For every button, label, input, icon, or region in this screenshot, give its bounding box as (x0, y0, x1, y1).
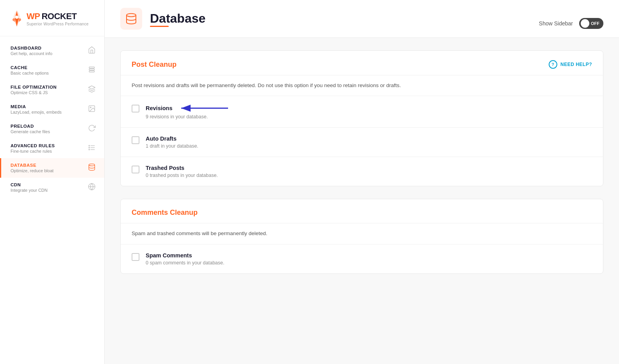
svg-rect-11 (89, 147, 90, 148)
logo-rocket-text: ROCKET (41, 11, 77, 21)
auto-drafts-item: Auto Drafts 1 draft in your database. (121, 128, 603, 157)
blue-arrow-annotation (177, 104, 232, 112)
svg-marker-4 (89, 86, 95, 89)
revisions-sublabel: 9 revisions in your database. (146, 114, 592, 120)
page-title: Database (150, 11, 205, 26)
spam-comments-sublabel: 0 spam comments in your database. (146, 260, 592, 266)
spam-comments-label: Spam Comments (146, 252, 592, 259)
sidebar-nav: DASHBOARD Get help, account info CACHE B… (0, 39, 104, 364)
sidebar-item-media[interactable]: MEDIA LazyLoad, emojis, embeds (0, 100, 104, 119)
svg-point-16 (127, 14, 136, 17)
comments-cleanup-description: Spam and trashed comments will be perman… (121, 223, 603, 244)
post-cleanup-title: Post Cleanup (132, 61, 177, 69)
revisions-item: Revisions 9 revisions in your database. (121, 96, 603, 128)
header-underline (150, 26, 169, 27)
show-sidebar-label: Show Sidebar (539, 20, 573, 27)
logo: WP ROCKET Superior WordPress Performance (0, 0, 104, 36)
header-right: Show Sidebar OFF (539, 18, 603, 37)
svg-point-0 (15, 16, 18, 19)
svg-rect-12 (89, 149, 90, 150)
need-help-button[interactable]: ? NEED HELP? (549, 60, 592, 69)
svg-rect-10 (89, 145, 90, 146)
svg-rect-2 (89, 69, 94, 70)
post-cleanup-section: Post Cleanup ? NEED HELP? Post revisions… (120, 50, 603, 186)
auto-drafts-checkbox[interactable] (132, 136, 139, 144)
svg-point-13 (89, 164, 95, 166)
svg-point-6 (90, 107, 91, 108)
sidebar-item-preload[interactable]: PRELOAD Generate cache files (0, 119, 104, 139)
revisions-checkbox[interactable] (132, 105, 139, 112)
show-sidebar-toggle[interactable]: OFF (579, 18, 603, 29)
logo-text: WP ROCKET Superior WordPress Performance (27, 11, 89, 26)
sidebar-item-advanced-rules[interactable]: ADVANCED RULES Fine-tune cache rules (0, 139, 104, 158)
toggle-knob (581, 19, 589, 28)
sidebar-item-file-optimization[interactable]: FILE OPTIMIZATION Optimize CSS & JS (0, 80, 104, 100)
comments-cleanup-section: Comments Cleanup Spam and trashed commen… (120, 199, 603, 273)
globe-icon (87, 183, 96, 193)
svg-rect-3 (89, 71, 94, 72)
database-icon (87, 163, 96, 173)
sidebar-item-database[interactable]: DATABASE Optimize, reduce bloat (0, 158, 104, 178)
spam-comments-item: Spam Comments 0 spam comments in your da… (121, 244, 603, 273)
trashed-posts-checkbox[interactable] (132, 166, 139, 173)
comments-cleanup-header: Comments Cleanup (121, 199, 603, 223)
sidebar-item-dashboard[interactable]: DASHBOARD Get help, account info (0, 41, 104, 61)
sidebar: WP ROCKET Superior WordPress Performance… (0, 0, 105, 364)
image-icon (87, 105, 96, 114)
sidebar-item-cache[interactable]: CACHE Basic cache options (0, 61, 104, 80)
header-icon-box (120, 8, 142, 30)
sidebar-item-cdn[interactable]: CDN Integrate your CDN (0, 178, 104, 197)
main-content: Database Show Sidebar OFF Post Cleanup ?… (105, 0, 619, 364)
cache-icon (87, 66, 96, 75)
spam-comments-checkbox[interactable] (132, 253, 139, 261)
logo-rocket-icon (9, 9, 24, 28)
toggle-label: OFF (591, 21, 602, 26)
rules-icon (87, 144, 96, 153)
need-help-icon: ? (549, 60, 557, 69)
home-icon (87, 46, 96, 56)
trashed-posts-sublabel: 0 trashed posts in your database. (146, 173, 592, 178)
auto-drafts-label: Auto Drafts (146, 136, 592, 142)
layers-icon (87, 85, 96, 95)
main-header: Database Show Sidebar OFF (105, 0, 619, 38)
comments-cleanup-title: Comments Cleanup (132, 209, 198, 217)
trashed-posts-item: Trashed Posts 0 trashed posts in your da… (121, 157, 603, 186)
refresh-icon (87, 124, 96, 134)
post-cleanup-header: Post Cleanup ? NEED HELP? (121, 51, 603, 75)
logo-tagline: Superior WordPress Performance (27, 22, 89, 26)
trashed-posts-label: Trashed Posts (146, 165, 592, 171)
content-area: Post Cleanup ? NEED HELP? Post revisions… (105, 38, 619, 364)
auto-drafts-sublabel: 1 draft in your database. (146, 143, 592, 149)
revisions-label: Revisions (146, 104, 592, 112)
logo-wp: WP (27, 11, 40, 21)
post-cleanup-description: Post revisions and drafts will be perman… (121, 75, 603, 96)
need-help-label: NEED HELP? (560, 62, 592, 67)
svg-rect-1 (89, 67, 94, 68)
